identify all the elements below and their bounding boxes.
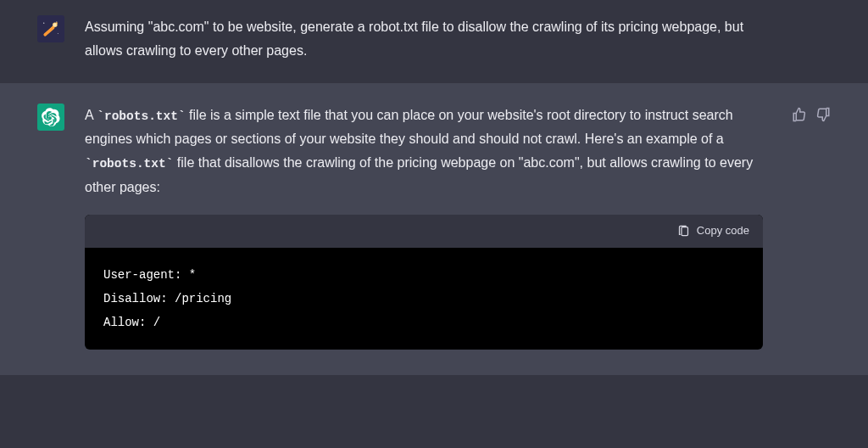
code-block: Copy code User-agent: * Disallow: /prici… <box>85 215 763 350</box>
assistant-text-p1: A <box>85 108 97 122</box>
svg-point-5 <box>53 23 56 25</box>
user-message-row: Assuming "abc.com" to be website, genera… <box>0 0 868 83</box>
assistant-message-row: A `robots.txt` file is a simple text fil… <box>0 83 868 375</box>
thumbs-up-icon[interactable] <box>792 107 807 122</box>
code-block-content[interactable]: User-agent: * Disallow: /pricing Allow: … <box>85 248 763 350</box>
inline-code-1: `robots.txt` <box>97 109 185 123</box>
assistant-avatar <box>37 104 64 131</box>
openai-icon <box>42 108 60 126</box>
user-message-text: Assuming "abc.com" to be website, genera… <box>85 15 780 63</box>
user-avatar <box>37 15 64 42</box>
svg-point-0 <box>43 23 44 24</box>
assistant-text-p3: file that disallows the crawling of the … <box>85 155 753 193</box>
svg-point-1 <box>56 21 57 22</box>
copy-code-label: Copy code <box>697 221 749 241</box>
svg-rect-6 <box>682 227 688 235</box>
clipboard-icon <box>677 225 690 238</box>
code-block-header: Copy code <box>85 215 763 248</box>
assistant-message-content: A `robots.txt` file is a simple text fil… <box>85 104 763 350</box>
inline-code-2: `robots.txt` <box>85 157 173 171</box>
feedback-button-group <box>792 104 831 350</box>
svg-point-3 <box>58 33 58 34</box>
comet-icon <box>42 20 60 38</box>
copy-code-button[interactable]: Copy code <box>677 221 749 241</box>
thumbs-down-icon[interactable] <box>815 107 831 122</box>
